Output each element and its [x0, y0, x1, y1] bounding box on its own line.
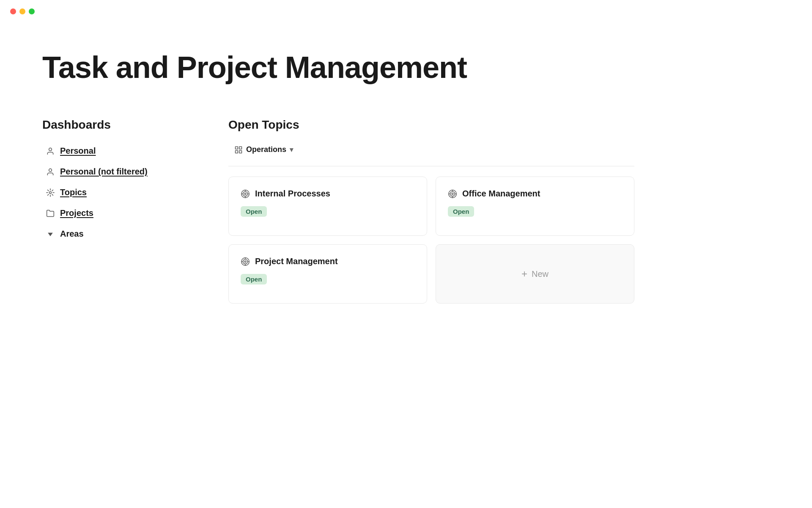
topics-section: Open Topics Operations ▾ [228, 118, 634, 304]
svg-point-17 [452, 193, 453, 195]
card-internal-processes[interactable]: Internal Processes Open [228, 177, 427, 236]
new-card-content: + New [521, 268, 549, 280]
target-icon-1 [241, 189, 250, 199]
card-header-office-management: Office Management [448, 189, 622, 199]
operations-filter-dropdown[interactable]: Operations ▾ [228, 142, 299, 157]
nav-list: Personal Personal (not filtered) [42, 142, 178, 243]
sidebar-item-projects-label: Projects [60, 208, 93, 218]
cards-grid: Internal Processes Open [228, 177, 634, 304]
card-header-internal-processes: Internal Processes [241, 189, 415, 199]
person-icon-2 [46, 167, 55, 177]
triangle-icon [46, 229, 55, 239]
grid-icon [234, 146, 243, 154]
dashboards-heading: Dashboards [42, 118, 178, 132]
svg-marker-3 [48, 232, 53, 236]
status-badge-office-management: Open [448, 206, 474, 217]
svg-point-23 [243, 259, 248, 264]
open-topics-heading: Open Topics [228, 118, 634, 132]
svg-rect-7 [239, 150, 242, 153]
svg-rect-5 [239, 146, 242, 149]
svg-rect-6 [236, 150, 238, 153]
person-icon [46, 146, 55, 156]
target-icon-2 [448, 189, 457, 199]
target-icon-3 [241, 257, 250, 266]
svg-rect-4 [236, 146, 238, 149]
window-controls [0, 0, 45, 23]
sidebar-item-topics[interactable]: Topics [42, 183, 178, 202]
sidebar-item-projects[interactable]: Projects [42, 204, 178, 222]
svg-point-2 [49, 191, 52, 193]
card-title-project-management: Project Management [255, 257, 338, 266]
card-title-office-management: Office Management [462, 189, 540, 199]
folder-icon [46, 209, 55, 218]
chevron-down-icon: ▾ [290, 146, 293, 154]
sidebar-item-personal[interactable]: Personal [42, 142, 178, 160]
sidebar-item-personal-not-filtered-label: Personal (not filtered) [60, 167, 148, 177]
sidebar-item-personal-label: Personal [60, 146, 96, 156]
svg-point-0 [49, 148, 52, 151]
filter-divider [228, 166, 634, 166]
svg-point-9 [243, 191, 248, 196]
sidebar-item-areas-label: Areas [60, 229, 84, 239]
card-header-project-management: Project Management [241, 257, 415, 266]
card-project-management[interactable]: Project Management Open [228, 244, 427, 304]
svg-point-10 [244, 193, 246, 195]
content-layout: Dashboards Personal [42, 118, 634, 304]
status-badge-internal-processes: Open [241, 206, 267, 217]
svg-point-1 [49, 168, 52, 171]
card-office-management[interactable]: Office Management Open [436, 177, 634, 236]
sidebar-item-topics-label: Topics [60, 188, 87, 197]
status-badge-project-management: Open [241, 274, 267, 284]
topics-icon [46, 188, 55, 197]
page-title: Task and Project Management [42, 51, 634, 84]
close-button[interactable] [10, 8, 16, 14]
dashboards-section: Dashboards Personal [42, 118, 178, 243]
svg-point-24 [244, 261, 246, 262]
svg-point-16 [450, 191, 455, 196]
sidebar-item-personal-not-filtered[interactable]: Personal (not filtered) [42, 163, 178, 181]
maximize-button[interactable] [29, 8, 35, 14]
topics-filter-row: Operations ▾ [228, 142, 634, 157]
sidebar-item-areas[interactable]: Areas [42, 225, 178, 243]
minimize-button[interactable] [19, 8, 25, 14]
main-content: Task and Project Management Dashboards P… [0, 0, 677, 337]
new-card[interactable]: + New [436, 244, 634, 304]
card-title-internal-processes: Internal Processes [255, 189, 330, 199]
filter-label: Operations [246, 145, 286, 154]
plus-icon: + [521, 268, 527, 280]
new-card-label: New [532, 269, 549, 279]
